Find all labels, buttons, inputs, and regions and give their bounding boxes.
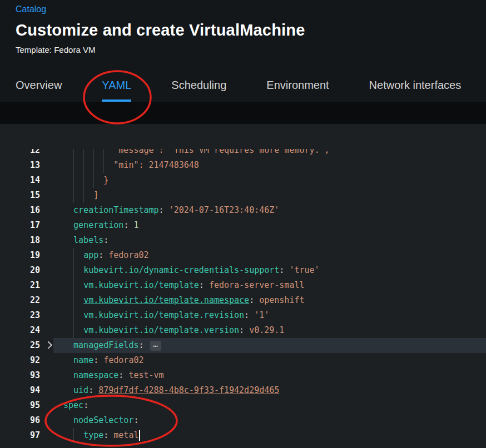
code-token: uid <box>73 385 88 395</box>
editor-line[interactable]: 93 namespace: test-vm <box>0 368 486 383</box>
folded-code-marker[interactable]: ⋯ <box>150 341 161 351</box>
editor-line[interactable]: 17 generation: 1 <box>0 218 486 233</box>
code-token: : <box>98 250 108 260</box>
indent-guide <box>73 293 74 308</box>
editor-line[interactable]: 94 uid: 879df7df-4288-4b8c-9f33-f1942d29… <box>0 383 486 398</box>
line-number: 96 <box>0 413 53 428</box>
editor-line[interactable]: 25 managedFields: ⋯ <box>0 338 486 353</box>
code-line-text[interactable]: kubevirt.io/dynamic-credentials-support:… <box>53 263 486 278</box>
editor-line[interactable]: 19 app: fedora02 <box>0 248 486 263</box>
code-token: : <box>88 385 98 395</box>
editor-line[interactable]: 96 nodeSelector: <box>0 413 486 428</box>
code-line-text[interactable]: creationTimestamp: '2024-07-16T23:40:46Z… <box>53 203 486 218</box>
indent-guide <box>83 158 84 173</box>
code-line-text[interactable]: app: fedora02 <box>53 248 486 263</box>
code-line-text[interactable]: vm.kubevirt.io/template.namespace: opens… <box>53 293 486 308</box>
code-token: generation <box>73 220 123 230</box>
editor-line[interactable]: 22 vm.kubevirt.io/template.namespace: op… <box>0 293 486 308</box>
line-number: 25 <box>0 338 53 353</box>
breadcrumb-catalog-link[interactable]: Catalog <box>16 4 46 14</box>
code-token: type <box>83 430 103 440</box>
editor-line[interactable]: 21 vm.kubevirt.io/template: fedora-serve… <box>0 278 486 293</box>
editor-line[interactable]: 15 ] <box>0 188 486 203</box>
line-number: 97 <box>0 428 53 443</box>
code-token: ] <box>63 190 98 200</box>
editor-line[interactable]: 18 labels: <box>0 233 486 248</box>
code-token: vm.kubevirt.io/template.revision <box>83 310 244 320</box>
code-token: : <box>279 265 289 275</box>
code-line-text[interactable]: vm.kubevirt.io/template.revision: '1' <box>53 308 486 323</box>
code-line-text[interactable]: spec: <box>53 398 486 413</box>
yaml-editor[interactable]: 12 "message": "This VM requires more mem… <box>0 124 486 448</box>
line-number: 93 <box>0 368 53 383</box>
line-number: 95 <box>0 398 53 413</box>
code-line-text[interactable]: ] <box>53 188 486 203</box>
editor-line[interactable]: 16 creationTimestamp: '2024-07-16T23:40:… <box>0 203 486 218</box>
line-number: 24 <box>0 323 53 338</box>
code-token: 1 <box>133 220 138 230</box>
code-token: : <box>159 205 169 215</box>
fold-chevron-right-icon[interactable] <box>44 341 52 349</box>
code-token: openshift <box>259 295 304 305</box>
code-line-text[interactable]: uid: 879df7df-4288-4b8c-9f33-f1942d29d46… <box>53 383 486 398</box>
indent-guide <box>73 158 74 173</box>
code-line-text[interactable]: name: fedora02 <box>53 353 486 368</box>
line-number: 21 <box>0 278 53 293</box>
editor-line[interactable]: 23 vm.kubevirt.io/template.revision: '1' <box>0 308 486 323</box>
code-line-text[interactable]: nodeSelector: <box>53 413 486 428</box>
code-token: fedora02 <box>103 355 143 365</box>
code-token: name <box>73 355 93 365</box>
line-number: 94 <box>0 383 53 398</box>
tab-environment[interactable]: Environment <box>266 79 329 102</box>
code-token: : <box>138 340 148 350</box>
editor-line[interactable]: 95spec: <box>0 398 486 413</box>
indent-guide <box>73 323 74 338</box>
editor-line[interactable]: 20 kubevirt.io/dynamic-credentials-suppo… <box>0 263 486 278</box>
code-token: : <box>123 220 133 230</box>
line-number: 13 <box>0 158 53 173</box>
customize-vm-page: Catalog Customize and create VirtualMach… <box>0 0 486 448</box>
tab-overview[interactable]: Overview <box>16 79 62 102</box>
code-token <box>63 370 73 380</box>
editor-line[interactable]: 12 "message": "This VM requires more mem… <box>0 149 486 158</box>
code-line-text[interactable]: generation: 1 <box>53 218 486 233</box>
code-token: managedFields <box>73 340 138 350</box>
line-number: 14 <box>0 173 53 188</box>
code-token: : <box>83 400 88 410</box>
indent-guide <box>93 158 94 173</box>
code-token: v0.29.1 <box>249 325 284 335</box>
code-token: spec <box>63 400 83 410</box>
code-token: metal <box>113 430 138 440</box>
code-line-text[interactable]: labels: <box>53 233 486 248</box>
code-token: app <box>83 250 98 260</box>
editor-line[interactable]: 14 } <box>0 173 486 188</box>
indent-guide <box>73 188 74 203</box>
indent-guide <box>83 188 84 203</box>
code-line-text[interactable]: vm.kubevirt.io/template.version: v0.29.1 <box>53 323 486 338</box>
code-line-text[interactable]: type: metal <box>53 428 486 443</box>
tab-network-interfaces[interactable]: Network interfaces <box>369 79 462 102</box>
code-token: 879df7df-4288-4b8c-9f33-f1942d29d465 <box>98 385 279 395</box>
tab-yaml[interactable]: YAML <box>102 79 131 102</box>
code-line-text[interactable]: "message": "This VM requires more memory… <box>53 149 486 158</box>
page-header: Catalog Customize and create VirtualMach… <box>0 0 486 102</box>
line-number: 22 <box>0 293 53 308</box>
editor-line[interactable]: 13 "min": 2147483648 <box>0 158 486 173</box>
code-token: fedora-server-small <box>209 280 305 290</box>
code-line-text[interactable]: vm.kubevirt.io/template: fedora-server-s… <box>53 278 486 293</box>
code-token: vm.kubevirt.io/template.version <box>83 325 239 335</box>
code-token: } <box>63 175 108 185</box>
code-line-text[interactable]: namespace: test-vm <box>53 368 486 383</box>
code-token: vm.kubevirt.io/template <box>83 280 199 290</box>
template-subtitle: Template: Fedora VM <box>16 45 486 54</box>
code-line-text[interactable]: "min": 2147483648 <box>53 158 486 173</box>
indent-guide <box>73 263 74 278</box>
code-line-text[interactable]: managedFields: ⋯ <box>53 338 486 353</box>
editor-line[interactable]: 92 name: fedora02 <box>0 353 486 368</box>
line-number: 19 <box>0 248 53 263</box>
editor-line[interactable]: 24 vm.kubevirt.io/template.version: v0.2… <box>0 323 486 338</box>
code-line-text[interactable]: } <box>53 173 486 188</box>
tab-scheduling[interactable]: Scheduling <box>171 79 226 102</box>
editor-line[interactable]: 97 type: metal <box>0 428 486 443</box>
code-token: creationTimestamp <box>73 205 159 215</box>
